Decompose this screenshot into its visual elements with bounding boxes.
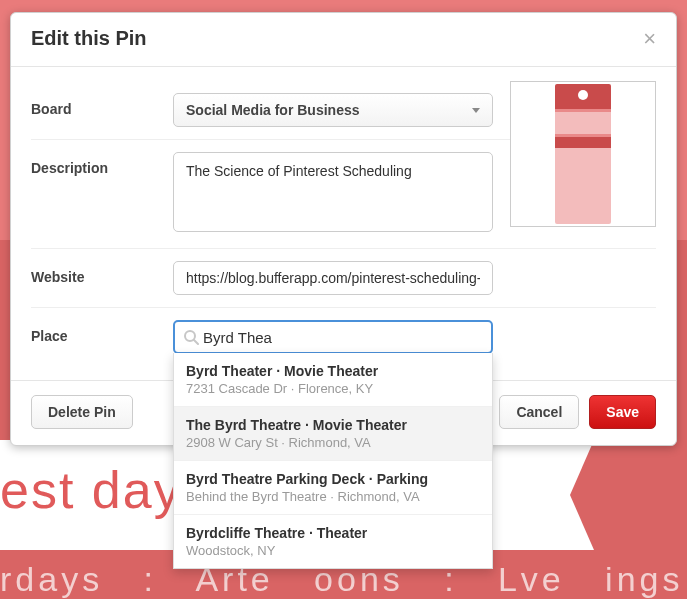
- suggestion-title: Byrd Theatre Parking Deck · Parking: [186, 471, 480, 487]
- modal-header: Edit this Pin ×: [11, 13, 676, 67]
- svg-line-1: [194, 340, 198, 344]
- suggestion-title: The Byrd Theatre · Movie Theater: [186, 417, 480, 433]
- modal-body: Board Social Media for Business Descript…: [11, 67, 676, 380]
- close-icon[interactable]: ×: [643, 28, 656, 50]
- thumbnail-image: [555, 84, 611, 224]
- pin-thumbnail[interactable]: [510, 81, 656, 227]
- website-label: Website: [31, 261, 173, 285]
- background-text: est day: [0, 460, 182, 520]
- place-search-input[interactable]: [203, 329, 483, 346]
- delete-pin-button[interactable]: Delete Pin: [31, 395, 133, 429]
- board-selected-value: Social Media for Business: [186, 102, 360, 118]
- suggestion-subtitle: 2908 W Cary St · Richmond, VA: [186, 435, 480, 450]
- save-button[interactable]: Save: [589, 395, 656, 429]
- chevron-down-icon: [472, 108, 480, 113]
- board-label: Board: [31, 93, 173, 117]
- suggestion-title: Byrd Theater · Movie Theater: [186, 363, 480, 379]
- description-label: Description: [31, 152, 173, 176]
- cancel-button[interactable]: Cancel: [499, 395, 579, 429]
- place-suggestion-item[interactable]: Byrd Theater · Movie Theater7231 Cascade…: [174, 353, 492, 407]
- place-search-wrap[interactable]: [173, 320, 493, 354]
- search-icon: [183, 329, 199, 345]
- board-dropdown[interactable]: Social Media for Business: [173, 93, 493, 127]
- place-suggestions-dropdown: Byrd Theater · Movie Theater7231 Cascade…: [173, 353, 493, 569]
- suggestion-subtitle: 7231 Cascade Dr · Florence, KY: [186, 381, 480, 396]
- description-textarea[interactable]: [173, 152, 493, 232]
- place-suggestion-item[interactable]: Byrdcliffe Theatre · TheaterWoodstock, N…: [174, 515, 492, 568]
- suggestion-title: Byrdcliffe Theatre · Theater: [186, 525, 480, 541]
- suggestion-subtitle: Behind the Byrd Theatre · Richmond, VA: [186, 489, 480, 504]
- place-label: Place: [31, 320, 173, 344]
- place-suggestion-item[interactable]: Byrd Theatre Parking Deck · ParkingBehin…: [174, 461, 492, 515]
- website-row: Website: [31, 249, 656, 308]
- place-suggestion-item[interactable]: The Byrd Theatre · Movie Theater2908 W C…: [174, 407, 492, 461]
- suggestion-subtitle: Woodstock, NY: [186, 543, 480, 558]
- website-input[interactable]: [173, 261, 493, 295]
- modal-title: Edit this Pin: [31, 27, 147, 50]
